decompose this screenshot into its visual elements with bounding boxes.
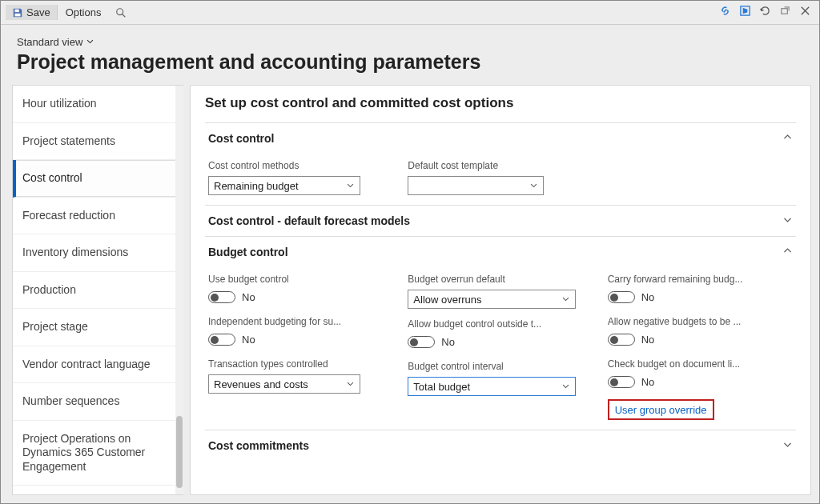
- select-transaction-types[interactable]: Revenues and costs: [208, 374, 360, 394]
- toggle-switch[interactable]: [408, 336, 435, 348]
- save-label: Save: [26, 6, 50, 18]
- toggle-value: No: [641, 376, 655, 388]
- body: ▲ Hour utilization Project statements Co…: [1, 80, 819, 503]
- section-forecast-models-header[interactable]: Cost control - default forecast models: [205, 205, 796, 236]
- label-budget-overrun: Budget overrun default: [408, 274, 593, 285]
- save-button[interactable]: Save: [6, 5, 58, 20]
- section-budget-control-body: Use budget control No Independent budget…: [205, 267, 796, 430]
- save-icon: [12, 7, 23, 18]
- label-allow-outside: Allow budget control outside t...: [408, 318, 593, 330]
- view-label: Standard view: [17, 36, 82, 48]
- chevron-down-icon: [346, 378, 355, 390]
- toggle-switch[interactable]: [208, 291, 235, 303]
- toggle-value: No: [242, 334, 255, 346]
- toolbar-right: [719, 5, 814, 20]
- highlight-box: User group override: [608, 399, 714, 420]
- svg-line-3: [123, 14, 126, 17]
- svg-rect-0: [15, 9, 19, 12]
- sidebar-item-forecast-reduction[interactable]: Forecast reduction: [13, 198, 183, 235]
- options-label: Options: [66, 6, 102, 18]
- chevron-up-icon: [782, 245, 793, 259]
- chevron-down-icon: [782, 214, 793, 228]
- scrollbar-thumb[interactable]: [176, 416, 183, 488]
- popout-icon[interactable]: [779, 5, 791, 20]
- toggle-check-budget[interactable]: No: [608, 376, 793, 388]
- select-value: Total budget: [413, 381, 470, 393]
- link-user-group-override[interactable]: User group override: [613, 403, 709, 417]
- select-value: Remaining budget: [214, 180, 299, 192]
- label-default-cost-template: Default cost template: [408, 160, 593, 171]
- toggle-switch[interactable]: [608, 376, 635, 388]
- chevron-up-icon: [782, 131, 793, 146]
- toggle-allow-negative[interactable]: No: [608, 334, 793, 346]
- view-switcher[interactable]: Standard view: [17, 36, 94, 48]
- toggle-value: No: [441, 336, 455, 348]
- search-button[interactable]: [109, 6, 133, 20]
- chevron-down-icon: [86, 36, 94, 48]
- sidebar-item-hour-utilization[interactable]: Hour utilization: [13, 86, 183, 123]
- label-check-budget: Check budget on document li...: [608, 358, 793, 370]
- section-title: Cost commitments: [208, 439, 309, 452]
- section-budget-control-header[interactable]: Budget control: [205, 236, 796, 267]
- select-value: Revenues and costs: [214, 378, 308, 390]
- toggle-switch[interactable]: [208, 334, 235, 346]
- svg-point-2: [117, 8, 123, 14]
- search-icon: [115, 7, 127, 18]
- scrollbar-track[interactable]: [175, 86, 183, 494]
- toggle-allow-outside[interactable]: No: [408, 336, 593, 348]
- label-budget-interval: Budget control interval: [408, 361, 593, 372]
- toggle-use-budget-control[interactable]: No: [208, 291, 393, 303]
- label-allow-negative: Allow negative budgets to be ...: [608, 316, 793, 327]
- sidebar-item-project-stage[interactable]: Project stage: [13, 309, 183, 346]
- select-budget-interval[interactable]: Total budget: [408, 377, 576, 396]
- sidebar-item-inventory-dimensions[interactable]: Inventory dimensions: [13, 234, 183, 272]
- toggle-independent-budgeting[interactable]: No: [208, 334, 393, 346]
- section-cost-control-body: Cost control methods Remaining budget De…: [205, 154, 796, 205]
- label-carry-forward: Carry forward remaining budg...: [608, 274, 793, 285]
- toggle-carry-forward[interactable]: No: [608, 291, 793, 303]
- section-cost-control-header[interactable]: Cost control: [205, 122, 796, 154]
- chevron-down-icon: [782, 438, 793, 453]
- svg-rect-5: [782, 9, 788, 14]
- title-area: Standard view Project management and acc…: [1, 25, 819, 80]
- options-button[interactable]: Options: [59, 5, 108, 20]
- app-window: Save Options Standard view Project manag…: [0, 0, 820, 504]
- label-cost-control-methods: Cost control methods: [208, 160, 393, 171]
- close-icon[interactable]: [799, 5, 811, 20]
- section-title: Budget control: [208, 246, 288, 258]
- sidebar-item-production[interactable]: Production: [13, 272, 183, 310]
- sidebar-item-project-statements[interactable]: Project statements: [13, 123, 183, 161]
- chevron-down-icon: [346, 180, 355, 192]
- toggle-switch[interactable]: [608, 291, 635, 303]
- page-title: Project management and accounting parame…: [17, 50, 805, 74]
- label-independent-budgeting: Independent budgeting for su...: [208, 316, 393, 327]
- main-panel: Set up cost control and committed cost o…: [190, 85, 811, 495]
- select-budget-overrun[interactable]: Allow overruns: [408, 290, 576, 309]
- sidebar-item-cost-control[interactable]: Cost control: [13, 160, 183, 198]
- main-title: Set up cost control and committed cost o…: [205, 95, 796, 111]
- label-transaction-types: Transaction types controlled: [208, 358, 393, 370]
- action-toolbar: Save Options: [1, 1, 819, 25]
- select-value: Allow overruns: [413, 294, 481, 306]
- link-icon[interactable]: [719, 5, 731, 20]
- chevron-down-icon: [561, 381, 570, 393]
- toggle-value: No: [242, 291, 255, 303]
- section-cost-commitments-header[interactable]: Cost commitments: [205, 430, 796, 461]
- label-use-budget-control: Use budget control: [208, 274, 393, 285]
- toggle-value: No: [641, 291, 655, 303]
- sidebar-item-project-operations[interactable]: Project Operations on Dynamics 365 Custo…: [13, 421, 183, 486]
- refresh-icon[interactable]: [759, 5, 771, 20]
- svg-rect-1: [15, 13, 21, 16]
- sidebar: ▲ Hour utilization Project statements Co…: [12, 85, 183, 495]
- section-title: Cost control - default forecast models: [208, 214, 410, 227]
- toggle-switch[interactable]: [608, 334, 635, 346]
- select-cost-control-methods[interactable]: Remaining budget: [208, 176, 360, 195]
- toggle-value: No: [641, 334, 655, 346]
- select-default-cost-template[interactable]: [408, 176, 544, 195]
- section-title: Cost control: [208, 132, 274, 145]
- office-icon[interactable]: [739, 5, 751, 20]
- chevron-down-icon: [561, 294, 570, 306]
- sidebar-item-vendor-contract-language[interactable]: Vendor contract language: [13, 346, 183, 384]
- sidebar-item-number-sequences[interactable]: Number sequences: [13, 383, 183, 421]
- chevron-down-icon: [529, 180, 538, 192]
